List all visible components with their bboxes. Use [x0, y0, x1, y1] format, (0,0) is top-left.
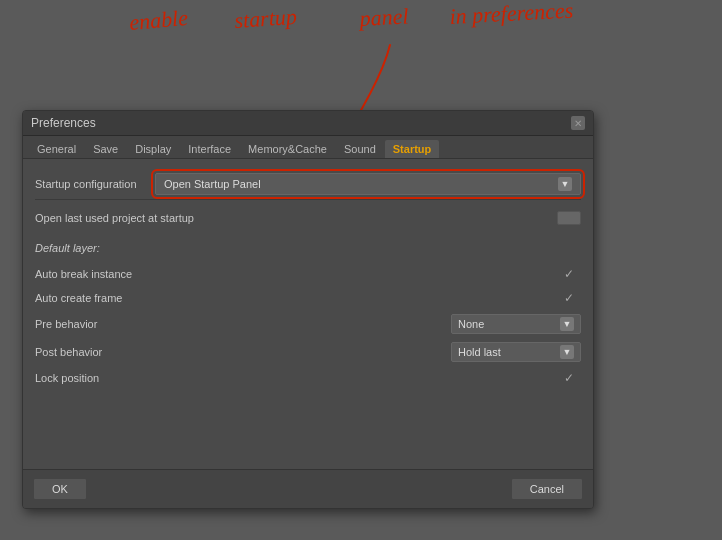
pre-behavior-label: Pre behavior [35, 318, 443, 330]
lock-position-label: Lock position [35, 372, 549, 384]
auto-break-row: Auto break instance ✓ [35, 262, 581, 286]
open-last-project-checkbox[interactable] [557, 211, 581, 225]
content-area: Startup configuration Open Startup Panel… [23, 159, 593, 469]
auto-create-check: ✓ [557, 291, 581, 305]
lock-position-row: Lock position ✓ [35, 366, 581, 390]
tab-save[interactable]: Save [85, 140, 126, 158]
startup-config-row: Startup configuration Open Startup Panel… [35, 169, 581, 200]
tab-sound[interactable]: Sound [336, 140, 384, 158]
pre-behavior-value: None [458, 318, 484, 330]
pre-behavior-dropdown[interactable]: None ▼ [451, 314, 581, 334]
button-bar: OK Cancel [23, 469, 593, 508]
dropdown-arrow-icon: ▼ [558, 177, 572, 191]
post-behavior-dropdown[interactable]: Hold last ▼ [451, 342, 581, 362]
title-bar: Preferences ✕ [23, 111, 593, 136]
post-behavior-arrow-icon: ▼ [560, 345, 574, 359]
post-behavior-row: Post behavior Hold last ▼ [35, 338, 581, 366]
auto-create-row: Auto create frame ✓ [35, 286, 581, 310]
lock-position-check: ✓ [557, 371, 581, 385]
pre-behavior-arrow-icon: ▼ [560, 317, 574, 331]
auto-create-label: Auto create frame [35, 292, 549, 304]
svg-text:in preferences: in preferences [449, 0, 574, 29]
post-behavior-label: Post behavior [35, 346, 443, 358]
open-last-project-row: Open last used project at startup [35, 206, 581, 230]
tab-startup[interactable]: Startup [385, 140, 440, 158]
svg-text:panel: panel [357, 3, 409, 31]
svg-text:enable: enable [128, 5, 189, 35]
post-behavior-value: Hold last [458, 346, 501, 358]
tab-bar: General Save Display Interface Memory&Ca… [23, 136, 593, 159]
pre-behavior-row: Pre behavior None ▼ [35, 310, 581, 338]
tab-interface[interactable]: Interface [180, 140, 239, 158]
auto-break-check: ✓ [557, 267, 581, 281]
default-layer-label: Default layer: [35, 239, 581, 257]
startup-config-dropdown[interactable]: Open Startup Panel ▼ [155, 173, 581, 195]
cancel-button[interactable]: Cancel [511, 478, 583, 500]
svg-text:startup: startup [234, 4, 298, 33]
auto-break-label: Auto break instance [35, 268, 549, 280]
ok-button[interactable]: OK [33, 478, 87, 500]
dialog-title: Preferences [31, 116, 96, 130]
close-button[interactable]: ✕ [571, 116, 585, 130]
startup-config-label: Startup configuration [35, 178, 155, 190]
tab-general[interactable]: General [29, 140, 84, 158]
startup-config-value: Open Startup Panel [164, 178, 261, 190]
default-layer-section: Default layer: Auto break instance ✓ Aut… [35, 230, 581, 392]
open-last-project-label: Open last used project at startup [35, 212, 549, 224]
tab-display[interactable]: Display [127, 140, 179, 158]
tab-memory-cache[interactable]: Memory&Cache [240, 140, 335, 158]
preferences-dialog: Preferences ✕ General Save Display Inter… [22, 110, 594, 509]
default-layer-row: Default layer: [35, 234, 581, 262]
